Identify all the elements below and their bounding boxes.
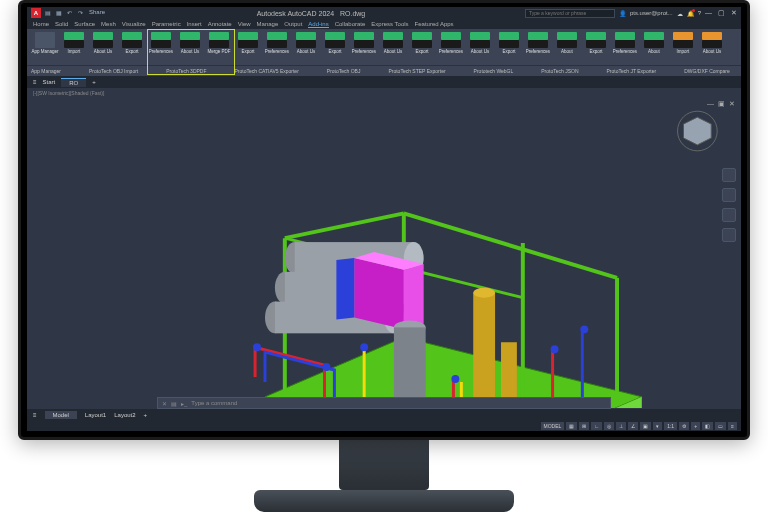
status-cube-icon[interactable]: ◧ <box>702 422 713 430</box>
menu-parametric[interactable]: Parametric <box>152 21 181 27</box>
ribbon-about[interactable]: About <box>640 31 668 63</box>
ribbon-about-us[interactable]: About Us <box>176 31 204 63</box>
command-line[interactable]: ✕ ▤ ▸_ Type a command <box>157 397 611 409</box>
nav-orbit-icon[interactable] <box>722 188 736 202</box>
menu-insert[interactable]: Insert <box>187 21 202 27</box>
layout-menu-icon[interactable]: ≡ <box>33 412 37 418</box>
ribbon-export[interactable]: Export <box>118 31 146 63</box>
ribbon-about-us[interactable]: About Us <box>698 31 726 63</box>
tab-layout2[interactable]: Layout2 <box>114 412 135 418</box>
svg-marker-21 <box>354 258 404 329</box>
ribbon-preferences[interactable]: Preferences <box>524 31 552 63</box>
ribbon-preferences[interactable]: Preferences <box>437 31 465 63</box>
menu-output[interactable]: Output <box>284 21 302 27</box>
status-3d-icon[interactable]: ▣ <box>640 422 651 430</box>
nav-tool-icon[interactable] <box>722 228 736 242</box>
menu-annotate[interactable]: Annotate <box>208 21 232 27</box>
menu-add-ins[interactable]: Add-ins <box>308 21 328 28</box>
svg-marker-24 <box>336 258 354 319</box>
tab-start[interactable]: Start <box>43 79 56 85</box>
ribbon-export[interactable]: Export <box>321 31 349 63</box>
close-button[interactable]: ✕ <box>731 9 737 17</box>
ribbon-preferences[interactable]: Preferences <box>350 31 378 63</box>
ribbon-preferences[interactable]: Preferences <box>147 31 175 63</box>
ribbon-preferences[interactable]: Preferences <box>611 31 639 63</box>
status-grid-icon[interactable]: ▦ <box>566 422 577 430</box>
view-label[interactable]: [-][SW Isometric][Shaded (Fast)] <box>27 88 741 98</box>
ribbon-about-us[interactable]: About Us <box>379 31 407 63</box>
menu-home[interactable]: Home <box>33 21 49 27</box>
cmd-close-icon[interactable]: ✕ <box>162 400 167 407</box>
menu-featured-apps[interactable]: Featured Apps <box>415 21 454 27</box>
ribbon-import[interactable]: Import <box>669 31 697 63</box>
menu-mesh[interactable]: Mesh <box>101 21 116 27</box>
group-prototech-catiav5-exporter: ProtoTech CATIAV5 Exporter <box>235 68 299 74</box>
redo-icon[interactable]: ↷ <box>78 9 86 17</box>
status-perpendicular-icon[interactable]: ⊥ <box>616 422 626 430</box>
ribbon-about-us[interactable]: About Us <box>292 31 320 63</box>
new-tab-icon[interactable]: + <box>92 79 96 85</box>
bell-icon[interactable]: 🔔 <box>687 10 694 17</box>
menu-visualize[interactable]: Visualize <box>122 21 146 27</box>
user-icon[interactable]: 👤 <box>619 10 626 17</box>
monitor-stand-base <box>254 490 514 512</box>
status-angle-icon[interactable]: ∠ <box>628 422 638 430</box>
menu-icon[interactable]: ≡ <box>33 79 37 85</box>
menu-solid[interactable]: Solid <box>55 21 68 27</box>
svg-rect-28 <box>473 293 495 407</box>
viewport-minimize-icon[interactable]: — <box>707 100 714 108</box>
status-ortho-icon[interactable]: ∟ <box>591 422 602 430</box>
ribbon-about-us[interactable]: About Us <box>466 31 494 63</box>
status-monitor-icon[interactable]: ▭ <box>715 422 726 430</box>
ribbon-app-manager[interactable]: App Manager <box>31 31 59 63</box>
viewport-restore-icon[interactable]: ▣ <box>718 100 725 108</box>
open-icon[interactable]: ▤ <box>45 9 53 17</box>
tab-layout1[interactable]: Layout1 <box>85 412 106 418</box>
undo-icon[interactable]: ↶ <box>67 9 75 17</box>
status-snap-icon[interactable]: ⊞ <box>579 422 589 430</box>
add-layout-icon[interactable]: + <box>144 412 148 418</box>
ribbon-merge-pdf[interactable]: Merge PDF <box>205 31 233 63</box>
ribbon-export[interactable]: Export <box>408 31 436 63</box>
ribbon-about[interactable]: About <box>553 31 581 63</box>
minimize-button[interactable]: — <box>705 9 712 17</box>
menu-collaborate[interactable]: Collaborate <box>335 21 366 27</box>
viewport-close-icon[interactable]: ✕ <box>729 100 735 108</box>
cmd-handle-icon[interactable]: ▤ <box>171 400 177 407</box>
status-down-icon[interactable]: ▾ <box>653 422 662 430</box>
ribbon-export[interactable]: Export <box>582 31 610 63</box>
svg-line-10 <box>404 213 617 277</box>
status-scale[interactable]: 1:1 <box>664 422 677 430</box>
menu-surface[interactable]: Surface <box>74 21 95 27</box>
nav-home-icon[interactable] <box>722 168 736 182</box>
status-plus-icon[interactable]: + <box>691 422 700 430</box>
cloud-icon[interactable]: ☁ <box>677 10 683 17</box>
app-logo[interactable]: A <box>31 8 41 18</box>
menu-express-tools[interactable]: Express Tools <box>371 21 408 27</box>
tab-model[interactable]: Model <box>45 411 77 419</box>
model-canvas[interactable] <box>27 98 741 408</box>
viewport[interactable]: — ▣ ✕ <box>27 98 741 408</box>
status-menu-icon[interactable]: ≡ <box>728 422 737 430</box>
ribbon-import[interactable]: Import <box>60 31 88 63</box>
status-polar-icon[interactable]: ◎ <box>604 422 614 430</box>
menubar: HomeSolidSurfaceMeshVisualizeParametricI… <box>27 19 741 29</box>
ribbon-export[interactable]: Export <box>495 31 523 63</box>
user-label[interactable]: pts.user@prot... <box>630 10 673 16</box>
status-gear-icon[interactable]: ⚙ <box>679 422 689 430</box>
search-input[interactable] <box>525 9 615 18</box>
ribbon-preferences[interactable]: Preferences <box>263 31 291 63</box>
menu-manage[interactable]: Manage <box>257 21 279 27</box>
ribbon-export[interactable]: Export <box>234 31 262 63</box>
maximize-button[interactable]: ▢ <box>718 9 725 17</box>
menu-view[interactable]: View <box>238 21 251 27</box>
nav-pan-icon[interactable] <box>722 208 736 222</box>
ribbon-about-us[interactable]: About Us <box>89 31 117 63</box>
group-prototech-step-exporter: ProtoTech STEP Exporter <box>388 68 445 74</box>
share-button[interactable]: Share <box>89 9 97 17</box>
tab-current[interactable]: RO <box>61 78 86 87</box>
save-icon[interactable]: ▦ <box>56 9 64 17</box>
help-icon[interactable]: ? <box>698 10 701 16</box>
group-app-manager: App Manager <box>31 68 61 74</box>
status-model[interactable]: MODEL <box>541 422 565 430</box>
